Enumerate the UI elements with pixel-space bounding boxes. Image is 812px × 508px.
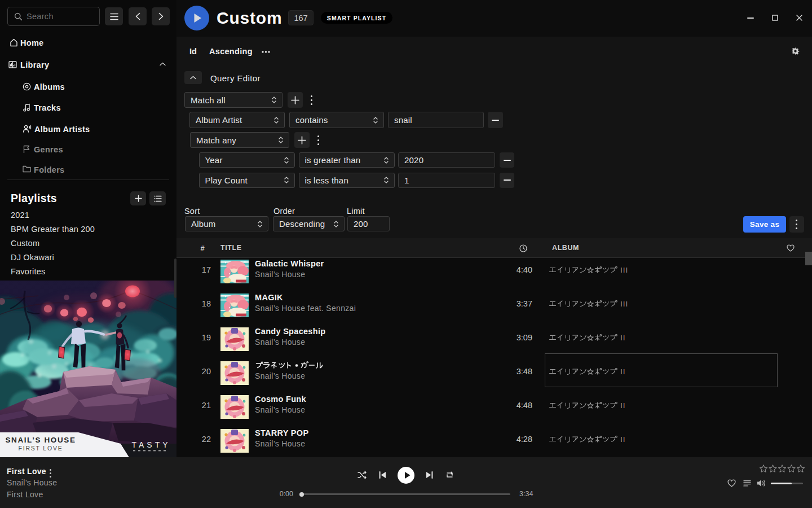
svg-text:SNAIL’S HOUSE: SNAIL’S HOUSE <box>5 436 76 444</box>
svg-text:FIRST LOVE: FIRST LOVE <box>18 445 63 452</box>
svg-text:TASTY: TASTY <box>131 440 170 449</box>
